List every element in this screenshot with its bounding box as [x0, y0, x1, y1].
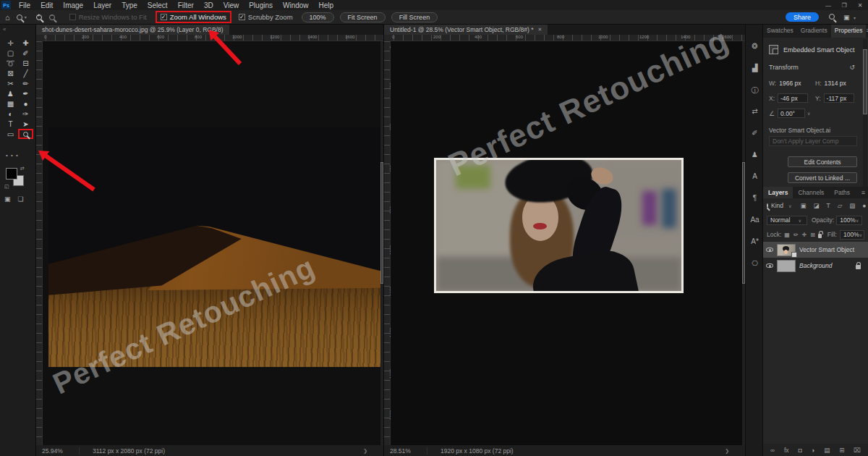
search-icon[interactable] — [767, 203, 768, 208]
filter-type-layers-icon[interactable]: T — [826, 202, 830, 209]
zoom-level[interactable]: 28.51% — [390, 447, 427, 455]
filter-adjustment-layers-icon[interactable]: ◪ — [813, 202, 819, 209]
character-styles-panel-icon[interactable]: A* — [746, 237, 764, 245]
histogram-panel-icon[interactable]: ▟ — [746, 64, 764, 72]
more-tools-icon[interactable]: • • • — [6, 152, 19, 159]
menu-window[interactable]: Window — [278, 1, 314, 9]
panel-menu-icon[interactable]: ≡ — [861, 187, 865, 198]
paragraph-panel-icon[interactable]: ¶ — [746, 194, 764, 202]
tab-layers[interactable]: Layers — [763, 187, 793, 198]
canvas-desert[interactable] — [43, 41, 383, 445]
opacity-field[interactable]: 100% ∨ — [836, 216, 862, 225]
menu-edit[interactable]: Edit — [35, 1, 58, 9]
default-colors-icon[interactable]: ◱ — [4, 184, 9, 190]
adjustments-panel-icon[interactable]: ⇄ — [746, 107, 764, 115]
lasso-tool[interactable]: ➰ — [3, 58, 18, 68]
gradient-tool[interactable]: ▩ — [3, 98, 18, 109]
zoom-100-button[interactable]: 100% — [302, 12, 334, 22]
menu-image[interactable]: Image — [58, 1, 88, 9]
slice-tool[interactable]: ✂ — [3, 78, 18, 88]
quick-mask-icon[interactable]: ▣ — [4, 195, 11, 203]
zoom-tool-icon[interactable] — [17, 14, 22, 20]
y-position-field[interactable]: -117 px — [824, 93, 854, 103]
button-convert-to-linked[interactable]: Convert to Linked ... — [788, 172, 857, 183]
new-group-icon[interactable]: ▤ — [824, 447, 830, 454]
layer-row-vector-smart-object[interactable]: Vector Smart Object — [763, 242, 868, 258]
menu-layer[interactable]: Layer — [88, 1, 116, 9]
frame-tool[interactable]: ⊠ — [3, 68, 18, 78]
marquee-tool[interactable]: ▢ — [3, 48, 18, 58]
brush-tool[interactable]: ✐ — [18, 48, 33, 58]
zoom-level[interactable]: 25.94% — [42, 447, 80, 455]
delete-layer-icon[interactable]: ⌧ — [854, 447, 861, 454]
zoom-out-icon[interactable]: − — [49, 14, 55, 20]
color-panel-icon[interactable]: ❂ — [746, 42, 764, 50]
filter-pixel-layers-icon[interactable]: ▣ — [800, 202, 806, 209]
type-tool[interactable]: T — [3, 119, 18, 129]
tab-paths[interactable]: Paths — [829, 187, 855, 198]
info-panel-icon[interactable]: ⓘ — [746, 85, 764, 96]
rectangle-tool[interactable]: ▭ — [3, 129, 18, 139]
move-tool[interactable]: ✛ — [3, 38, 18, 48]
layer-thumbnail[interactable] — [777, 260, 796, 272]
menu-3d[interactable]: 3D — [199, 1, 218, 9]
share-button[interactable]: Share — [786, 12, 819, 22]
glyphs-panel-icon[interactable]: Aa — [746, 216, 764, 224]
button-edit-contents[interactable]: Edit Contents — [788, 156, 857, 167]
pencil-tool[interactable]: ✏ — [18, 78, 33, 88]
close-tab-icon[interactable]: ✕ — [538, 27, 542, 33]
restore-icon[interactable]: ❐ — [836, 2, 852, 9]
tab-channels[interactable]: Channels — [793, 187, 829, 198]
close-icon[interactable]: ✕ — [852, 2, 868, 9]
lock-transparency-icon[interactable]: ▦ — [784, 232, 790, 238]
chevron-down-icon[interactable]: ∨ — [807, 111, 810, 116]
visibility-eye-icon[interactable] — [766, 263, 773, 268]
menu-help[interactable]: Help — [314, 1, 339, 9]
collapse-toolbar-icon[interactable]: « — [3, 26, 6, 33]
menu-type[interactable]: Type — [116, 1, 142, 9]
eyedropper-tool[interactable]: ╱ — [18, 68, 33, 78]
screen-mode-icon[interactable]: ❏ — [18, 195, 24, 203]
status-chevron-icon[interactable]: ❯ — [363, 448, 367, 454]
canvas-portrait[interactable] — [391, 41, 745, 445]
zoom-tool[interactable] — [18, 129, 33, 139]
visibility-eye-icon[interactable] — [766, 248, 773, 252]
filter-smart-objects-icon[interactable]: ▨ — [849, 202, 855, 209]
lock-pixels-icon[interactable]: ✏ — [793, 232, 799, 238]
layer-thumbnail[interactable] — [777, 244, 796, 256]
menu-view[interactable]: View — [218, 1, 244, 9]
menu-plugins[interactable]: Plugins — [244, 1, 278, 9]
crop-tool[interactable]: ⊟ — [18, 58, 33, 68]
new-layer-icon[interactable]: ⊞ — [839, 447, 844, 454]
layer-row-background[interactable]: Background — [763, 258, 868, 274]
chevron-down-icon[interactable]: ▾ — [25, 14, 27, 20]
kind-select[interactable]: Kind — [771, 202, 783, 209]
workspace-switcher[interactable]: ▣ ▾ — [843, 14, 858, 21]
layer-style-icon[interactable]: fx — [784, 447, 789, 454]
document-tab-untitled[interactable]: Untitled-1 @ 28.5% (Vector Smart Object,… — [384, 25, 548, 35]
tab-gradients[interactable]: Gradients — [797, 25, 831, 38]
menu-file[interactable]: File — [14, 1, 35, 9]
zoom-all-windows-checkbox[interactable]: ✓ Zoom All Windows — [161, 13, 226, 21]
libraries-panel-icon[interactable]: ⎔ — [746, 259, 764, 267]
filter-shape-layers-icon[interactable]: ▱ — [838, 202, 843, 209]
scrollbar[interactable] — [863, 39, 867, 191]
mixer-brush-tool[interactable]: ✒ — [18, 88, 33, 98]
add-mask-icon[interactable]: ◘ — [798, 447, 801, 454]
rotation-field[interactable]: 0.00° — [778, 109, 805, 118]
tab-swatches[interactable]: Swatches — [763, 25, 797, 38]
scrubby-zoom-checkbox[interactable]: ✓ Scrubby Zoom — [239, 13, 293, 21]
menu-select[interactable]: Select — [142, 1, 173, 9]
status-chevron-icon[interactable]: ❯ — [725, 448, 729, 454]
healing-brush-tool[interactable]: ✚ — [18, 38, 33, 48]
layer-comp-select[interactable]: Don't Apply Layer Comp — [769, 136, 857, 146]
blur-tool[interactable]: ● — [18, 98, 33, 109]
zoom-in-icon[interactable]: + — [36, 14, 42, 20]
x-position-field[interactable]: -46 px — [778, 93, 808, 103]
search-icon[interactable] — [829, 13, 835, 21]
brush-settings-panel-icon[interactable]: ✐ — [746, 129, 764, 137]
menu-filter[interactable]: Filter — [173, 1, 199, 9]
pen-tool[interactable]: ✑ — [18, 109, 33, 119]
lock-position-icon[interactable]: ✛ — [802, 232, 807, 238]
adjustment-layer-icon[interactable]: ◑ — [811, 447, 814, 454]
